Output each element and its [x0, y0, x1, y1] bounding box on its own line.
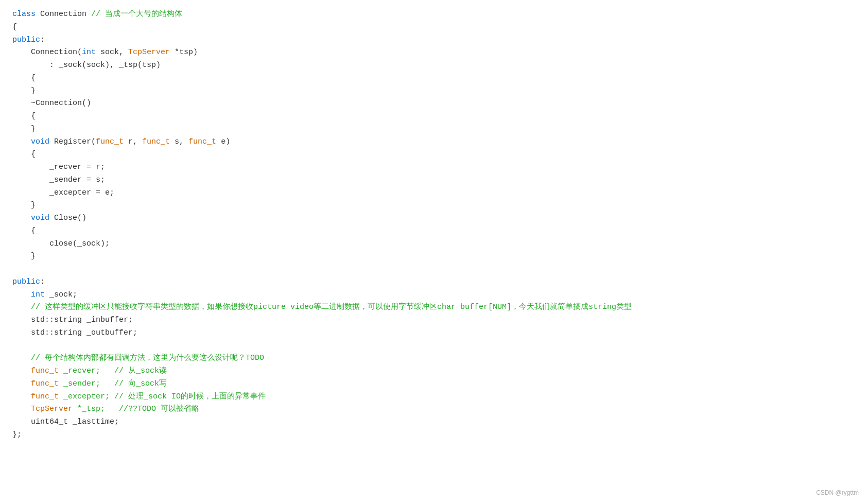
code-token: [12, 379, 31, 388]
code-token: _excepter = e;: [12, 188, 114, 197]
code-token: }: [12, 430, 17, 439]
code-token: uint64_t _lasttime;: [12, 418, 119, 426]
code-line: }: [12, 250, 855, 263]
code-line: void Register(func_t r, func_t s, func_t…: [12, 136, 855, 149]
code-token: }: [12, 201, 36, 210]
code-line: std::string _inbuffer;: [12, 314, 855, 327]
code-token: *tsp): [170, 48, 198, 57]
code-line: func_t _recver; // 从_sock读: [12, 365, 855, 378]
code-token: {: [12, 74, 36, 82]
code-token: int: [82, 48, 96, 57]
code-line: public:: [12, 276, 855, 289]
code-token: void: [31, 214, 49, 222]
code-line: int _sock;: [12, 289, 855, 302]
code-line: {: [12, 72, 855, 85]
code-token: public: [12, 277, 40, 286]
code-line: }: [12, 199, 855, 212]
code-line: [12, 340, 855, 353]
code-token: std::string _inbuffer;: [12, 316, 133, 324]
code-token: [12, 214, 31, 222]
code-line: void Close(): [12, 212, 855, 225]
code-token: }: [12, 86, 36, 95]
code-token: {: [12, 112, 36, 120]
code-token: close(_sock);: [12, 239, 110, 248]
code-token: TcpServer: [31, 405, 73, 413]
code-line: // 这样类型的缓冲区只能接收字符串类型的数据，如果你想接收picture vi…: [12, 301, 855, 314]
code-token: TcpServer: [128, 48, 170, 57]
code-line: {: [12, 225, 855, 238]
code-token: _excepter; // 处理_sock IO的时候，上面的异常事件: [59, 392, 266, 401]
code-token: ~Connection(): [12, 99, 91, 108]
code-block: class Connection // 当成一个大号的结构体{public: C…: [12, 8, 855, 442]
code-token: func_t: [188, 137, 216, 146]
code-line: }: [12, 123, 855, 136]
code-line: TcpServer *_tsp; //??TODO 可以被省略: [12, 403, 855, 416]
code-token: r,: [124, 137, 142, 146]
code-token: {: [12, 150, 36, 159]
code-line: func_t _sender; // 向_sock写: [12, 378, 855, 391]
code-token: Close(): [49, 214, 86, 222]
code-token: :: [40, 36, 45, 44]
code-line: {: [12, 110, 855, 123]
code-token: :: [40, 277, 45, 286]
code-line: }: [12, 85, 855, 98]
code-line: {: [12, 21, 855, 34]
code-token: ，今天我们就简单搞成: [511, 303, 588, 311]
code-token: [12, 290, 31, 299]
code-line: std::string _outbuffer;: [12, 327, 855, 340]
code-token: _sock;: [45, 290, 77, 299]
code-line: [12, 263, 855, 276]
code-token: _recver = r;: [12, 163, 105, 171]
code-token: : _sock(sock), _tsp(tsp): [12, 61, 161, 69]
code-token: ;: [17, 430, 22, 439]
code-token: _sender; // 向_sock写: [59, 379, 167, 388]
code-token: // 这样类型的缓冲区只能接收字符串类型的数据，如果你想接收: [12, 303, 253, 311]
code-line: Connection(int sock, TcpServer *tsp): [12, 46, 855, 59]
code-line: : _sock(sock), _tsp(tsp): [12, 59, 855, 72]
code-container: class Connection // 当成一个大号的结构体{public: C…: [0, 0, 867, 504]
code-token: _sender = s;: [12, 176, 105, 184]
code-line: {: [12, 148, 855, 161]
code-token: _recver; // 从_sock读: [59, 367, 167, 375]
code-token: sock,: [96, 48, 128, 57]
code-token: [12, 405, 31, 413]
code-token: 类型: [616, 303, 632, 311]
code-token: {: [12, 23, 17, 31]
code-token: std::string _outbuffer;: [12, 328, 137, 337]
code-line: };: [12, 429, 855, 442]
code-token: }: [12, 125, 36, 133]
code-line: _recver = r;: [12, 161, 855, 174]
code-token: func_t: [31, 379, 59, 388]
code-token: // 当成一个大号的结构体: [86, 10, 182, 19]
code-token: picture video: [253, 303, 314, 311]
code-line: public:: [12, 34, 855, 47]
code-token: class: [12, 10, 40, 19]
code-token: void: [31, 137, 49, 146]
code-token: Connection: [40, 10, 86, 19]
code-token: Connection(: [12, 48, 82, 57]
code-token: [12, 137, 31, 146]
code-token: char buffer[NUM]: [437, 303, 511, 311]
code-line: ~Connection(): [12, 97, 855, 110]
watermark: CSDN @rygttm: [816, 488, 859, 498]
code-token: func_t: [96, 137, 124, 146]
code-token: e): [216, 137, 230, 146]
code-token: func_t: [31, 392, 59, 401]
code-token: string: [588, 303, 616, 311]
code-line: func_t _excepter; // 处理_sock IO的时候，上面的异常…: [12, 391, 855, 404]
code-token: *_tsp; //??TODO 可以被省略: [73, 405, 199, 413]
code-line: class Connection // 当成一个大号的结构体: [12, 8, 855, 21]
code-line: _sender = s;: [12, 174, 855, 187]
code-token: {: [12, 227, 36, 235]
code-token: public: [12, 36, 40, 44]
code-line: close(_sock);: [12, 238, 855, 251]
code-token: // 每个结构体内部都有回调方法，这里为什么要这么设计呢？TODO: [12, 354, 264, 362]
code-token: [12, 367, 31, 375]
code-token: func_t: [31, 367, 59, 375]
code-token: [12, 392, 31, 401]
code-token: Register(: [49, 137, 96, 146]
code-token: s,: [170, 137, 188, 146]
code-line: uint64_t _lasttime;: [12, 416, 855, 429]
code-token: 等二进制数据，可以使用字节缓冲区: [314, 303, 437, 311]
code-token: func_t: [142, 137, 170, 146]
